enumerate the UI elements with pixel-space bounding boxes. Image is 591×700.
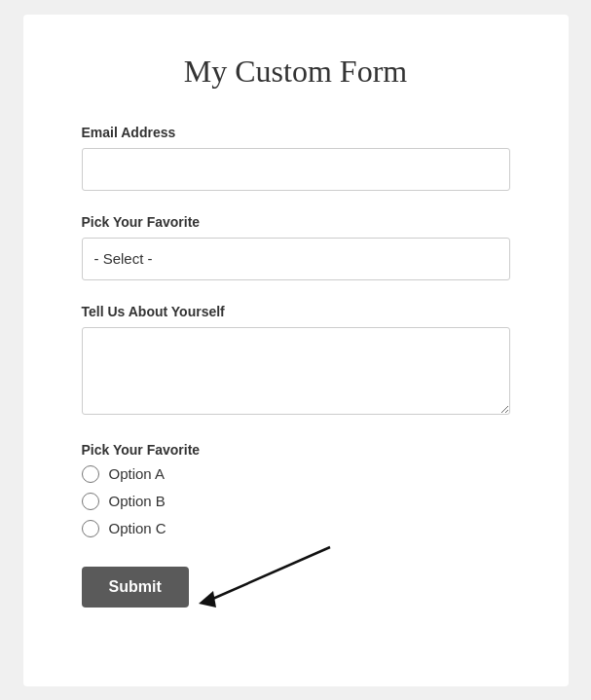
arrow-annotation bbox=[179, 537, 335, 615]
radio-group-container: Pick Your Favorite Option A Option B Opt… bbox=[82, 442, 510, 537]
radio-item-c[interactable]: Option C bbox=[82, 520, 510, 537]
radio-input-c[interactable] bbox=[82, 520, 99, 537]
form-card: My Custom Form Email Address Pick Your F… bbox=[23, 15, 569, 686]
email-group: Email Address bbox=[82, 125, 510, 191]
email-input[interactable] bbox=[82, 148, 510, 191]
radio-input-a[interactable] bbox=[82, 465, 99, 483]
submit-area: Submit bbox=[82, 567, 510, 608]
radio-item-b[interactable]: Option B bbox=[82, 493, 510, 510]
radio-input-b[interactable] bbox=[82, 493, 99, 510]
email-label: Email Address bbox=[82, 125, 510, 140]
radio-label-c: Option C bbox=[109, 520, 166, 536]
submit-button[interactable]: Submit bbox=[82, 567, 189, 608]
radio-label-b: Option B bbox=[109, 493, 166, 509]
radio-label: Pick Your Favorite bbox=[82, 442, 510, 458]
select-label: Pick Your Favorite bbox=[82, 214, 510, 230]
about-textarea[interactable] bbox=[82, 327, 510, 415]
svg-line-0 bbox=[208, 547, 330, 601]
radio-item-a[interactable]: Option A bbox=[82, 465, 510, 483]
select-group: Pick Your Favorite - Select - Option A O… bbox=[82, 214, 510, 280]
textarea-group: Tell Us About Yourself bbox=[82, 304, 510, 419]
favorite-select[interactable]: - Select - Option A Option B Option C bbox=[82, 238, 510, 280]
form-title: My Custom Form bbox=[82, 54, 510, 90]
radio-group: Option A Option B Option C bbox=[82, 465, 510, 537]
radio-label-a: Option A bbox=[109, 465, 166, 482]
textarea-label: Tell Us About Yourself bbox=[82, 304, 510, 319]
svg-marker-1 bbox=[199, 591, 216, 608]
